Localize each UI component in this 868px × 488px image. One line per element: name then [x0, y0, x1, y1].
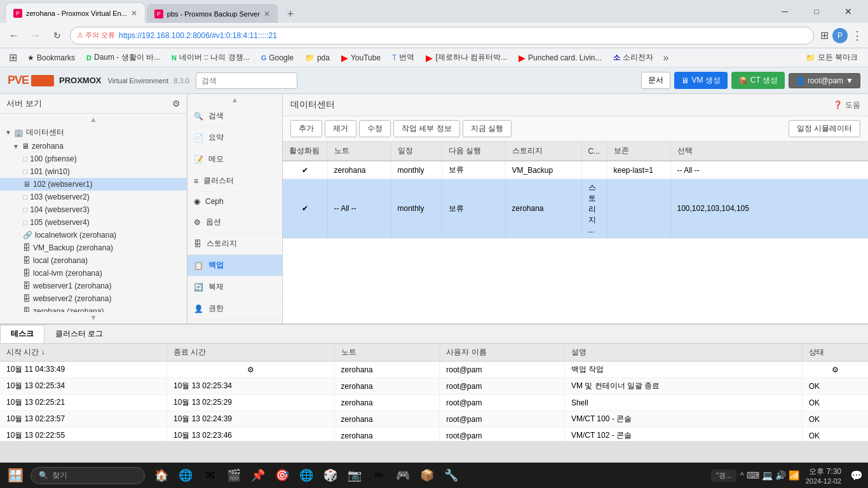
tab-close-2[interactable]: ✕ — [264, 10, 270, 18]
tray-caret-icon[interactable]: ^ — [740, 471, 744, 480]
nav-item-storage[interactable]: 🗄 스토리지 — [187, 233, 282, 255]
log-col-user[interactable]: 사용자 이름 — [440, 344, 565, 362]
start-button[interactable]: 🪟 — [3, 464, 28, 487]
forward-button[interactable]: → — [27, 27, 44, 44]
bookmark-item-translate[interactable]: T 번역 — [387, 50, 419, 65]
sidebar-item-zerohana[interactable]: ▼ 🖥 zerohana — [0, 140, 187, 152]
sidebar-item-vm105[interactable]: □ 105 (webserver4) — [0, 216, 187, 229]
sidebar-item-vm103[interactable]: □ 103 (webserver2) — [0, 191, 187, 203]
tab-proxmox-ve[interactable]: P zerohana - Proxmox Virtual En... ✕ — [5, 3, 146, 23]
back-button[interactable]: ← — [5, 27, 23, 44]
bookmarks-apps-icon[interactable]: ⊞ — [5, 50, 21, 65]
nav-item-search[interactable]: 🔍 검색 — [187, 105, 282, 127]
network-tray-icon[interactable]: 📶 — [789, 470, 799, 480]
taskbar-app-misc2[interactable]: 📦 — [416, 464, 438, 487]
tab-cluster-log[interactable]: 클러스터 로그 — [44, 325, 114, 343]
log-col-start[interactable]: 시작 시간 ↓ — [0, 344, 166, 362]
log-row[interactable]: 10월 13 02:22:55 10월 13 02:23:46 zerohana… — [0, 428, 868, 442]
taskbar-app-mail[interactable]: ✉ — [198, 464, 221, 487]
sidebar-item-vmbackup[interactable]: 🗄 VM_Backup (zerohana) — [0, 241, 187, 254]
taskbar-search[interactable]: 🔍 찾기 — [31, 467, 145, 484]
user-menu-button[interactable]: 👤 root@pam ▼ — [789, 73, 860, 88]
taskbar-app-edit[interactable]: ✏ — [367, 464, 390, 487]
volume-icon[interactable]: 🔊 — [775, 470, 786, 480]
menu-icon[interactable]: ⋮ — [851, 29, 863, 43]
bookmark-item-pda[interactable]: 📁 pda — [300, 51, 335, 64]
taskbar-app-pin2[interactable]: 🎯 — [271, 464, 294, 487]
sidebar-item-localnetwork[interactable]: 🔗 localnetwork (zerohana) — [0, 229, 187, 241]
window-maximize-button[interactable]: □ — [802, 1, 831, 22]
job-detail-button[interactable]: 작업 세부 정보 — [393, 120, 460, 137]
add-button[interactable]: 추가 — [290, 120, 322, 137]
sidebar-item-vm101[interactable]: □ 101 (win10) — [0, 165, 187, 178]
taskbar-app-game[interactable]: 🎲 — [319, 464, 342, 487]
nav-item-cluster[interactable]: ≡ 클러스터 — [187, 170, 282, 192]
taskbar-app-misc1[interactable]: 🎮 — [391, 464, 414, 487]
extensions-icon[interactable]: ⊞ — [820, 29, 829, 41]
log-col-desc[interactable]: 설명 — [564, 344, 802, 362]
window-close-button[interactable]: ✕ — [834, 1, 863, 22]
nav-item-backup[interactable]: 📋 백업 — [187, 255, 282, 276]
sidebar-settings-icon[interactable]: ⚙ — [172, 98, 180, 109]
help-btn[interactable]: ❓ 도움 — [833, 100, 860, 111]
docs-button[interactable]: 문서 — [641, 72, 670, 89]
more-bookmarks[interactable]: » — [660, 51, 673, 65]
taskbar-app-chrome[interactable]: 🌐 — [295, 464, 318, 487]
tab-task[interactable]: 테스크 — [0, 325, 44, 343]
log-row[interactable]: 10월 13 02:25:21 10월 13 02:25:29 zerohana… — [0, 395, 868, 411]
notification-button[interactable]: 💬 — [848, 466, 865, 484]
window-minimize-button[interactable]: ─ — [770, 1, 799, 22]
taskbar-app-pin1[interactable]: 📌 — [247, 464, 269, 487]
edit-button[interactable]: 수정 — [359, 120, 391, 137]
log-row[interactable]: 10월 13 02:23:57 10월 13 02:24:39 zerohana… — [0, 411, 868, 428]
sidebar-item-local-lvm[interactable]: 🗄 local-lvm (zerohana) — [0, 267, 187, 280]
taskbar-app-misc3[interactable]: 🔧 — [440, 464, 463, 487]
run-now-button[interactable]: 지금 실행 — [463, 120, 512, 137]
log-col-end[interactable]: 종료 시간 — [166, 344, 334, 362]
tab-pbs[interactable]: P pbs - Proxmox Backup Server ✕ — [147, 4, 278, 23]
nav-item-copy[interactable]: 🔄 복제 — [187, 276, 282, 298]
bookmark-item-zerohana[interactable]: ▶ [제로하나 컴퓨터박... — [421, 50, 512, 65]
bookmark-item-punched[interactable]: ▶ Punched card. Livin... — [513, 51, 606, 65]
sidebar-item-vm100[interactable]: □ 100 (pfsense) — [0, 152, 187, 165]
log-col-node[interactable]: 노트 — [334, 344, 440, 362]
nav-item-permission[interactable]: 👤 권한 — [187, 298, 282, 320]
log-col-status[interactable]: 상태 — [802, 344, 868, 362]
px-search-input[interactable] — [196, 72, 297, 89]
profile-icon[interactable]: P — [832, 28, 848, 43]
bookmark-item-google[interactable]: G Google — [256, 51, 299, 64]
table-row[interactable]: ✔ -- All -- monthly 보류 zerohana 스토리지 ...… — [283, 179, 868, 238]
bookmark-item-all[interactable]: 📁 모든 북마크 — [801, 50, 863, 65]
create-vm-button[interactable]: 🖥 VM 생성 — [674, 72, 727, 89]
new-tab-button[interactable]: + — [281, 5, 299, 23]
address-field[interactable]: ⚠ 주의 오류 https://192.168.100.2:8006/#v1:0… — [70, 27, 814, 44]
taskbar-app-explorer[interactable]: 🏠 — [150, 464, 173, 487]
battery-icon[interactable]: 💻 — [762, 470, 773, 480]
sidebar-item-webserver2[interactable]: 🗄 webserver2 (zerohana) — [0, 292, 187, 305]
nav-item-summary[interactable]: 📄 요약 — [187, 127, 282, 149]
taskbar-app-media[interactable]: 🎬 — [222, 464, 245, 487]
bookmark-item-sori[interactable]: 소 소리전자 — [608, 50, 658, 65]
bookmark-item-naver[interactable]: N 네이버 :: 나의 경쟁... — [166, 50, 255, 65]
sidebar-item-vm104[interactable]: □ 104 (webserver3) — [0, 203, 187, 216]
clock-area[interactable]: 오후 7:30 2024-12-02 — [803, 466, 844, 485]
keyboard-icon[interactable]: ⌨ — [747, 470, 759, 480]
bookmark-item-youtube[interactable]: ▶ YouTube — [336, 51, 386, 65]
remove-button[interactable]: 제거 — [325, 120, 356, 137]
taskbar-app-edge[interactable]: 🌐 — [174, 464, 197, 487]
sidebar-item-local[interactable]: 🗄 local (zerohana) — [0, 254, 187, 267]
taskbar-app-photo[interactable]: 📷 — [343, 464, 366, 487]
tab-close-1[interactable]: ✕ — [131, 9, 137, 18]
taskbar-window-label[interactable]: "경... — [711, 470, 736, 482]
nav-item-ceph[interactable]: ◉ Ceph — [187, 192, 282, 212]
sidebar-item-zerohana-s[interactable]: 🗄 zerohana (zerohana) — [0, 305, 187, 312]
sidebar-item-datacenter[interactable]: ▼ 🏢 데이터센터 — [0, 125, 187, 140]
create-ct-button[interactable]: 📦 CT 생성 — [731, 72, 785, 89]
nav-item-memo[interactable]: 📝 메모 — [187, 149, 282, 170]
table-row[interactable]: ✔ zerohana monthly 보류 VM_Backup keep-las… — [283, 161, 868, 179]
bookmark-item-daum[interactable]: D Daum - 생활이 바... — [81, 50, 165, 65]
nav-item-options[interactable]: ⚙ 옵션 — [187, 212, 282, 233]
reload-button[interactable]: ↻ — [48, 27, 66, 44]
log-row[interactable]: 10월 11 04:33:49 ⚙ zerohana root@pam 백업 작… — [0, 362, 868, 378]
bookmark-item-bookmarks[interactable]: ★ Bookmarks — [22, 51, 80, 64]
